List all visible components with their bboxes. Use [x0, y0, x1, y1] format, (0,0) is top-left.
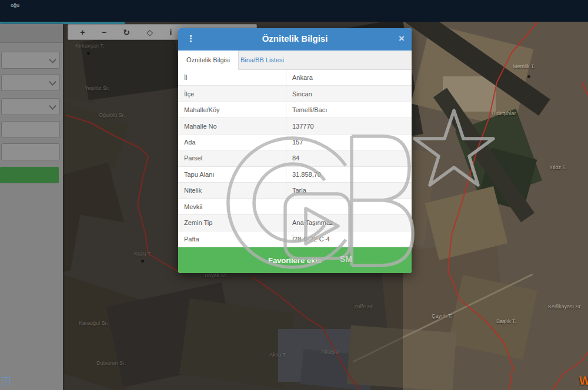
add-to-favorites-button[interactable]: Favorilere ekle [178, 247, 412, 273]
row-value [286, 199, 412, 214]
map-place-label: Başlık T. [496, 318, 516, 324]
row-label: Mahalle/Köy [178, 102, 286, 117]
tab-bina-bb-listesi[interactable]: Bina/BB Listesi [232, 51, 292, 70]
row-value: Temelli/Bacı [286, 102, 412, 117]
map-place-label: Kuzu T. [134, 251, 152, 257]
map-marker-dot [141, 260, 144, 263]
map-place-label: Oğulölü Sr. [99, 112, 125, 118]
neighbourhood-select[interactable] [1, 98, 60, 115]
attribute-info-modal: ⋮ Öznitelik Bilgisi × Öznitelik Bilgisi … [178, 28, 412, 273]
row-label: Ada [178, 135, 286, 150]
table-row: Mevkii [178, 199, 412, 215]
app-title: oğu [11, 2, 19, 8]
row-value: 137770 [286, 118, 412, 133]
table-row: Parsel84 [178, 150, 412, 166]
row-label: Tapu Alanı [178, 167, 286, 182]
table-row: İlAnkara [178, 70, 412, 86]
row-value: 157 [286, 135, 412, 150]
row-label: Mevkii [178, 199, 286, 214]
row-value: Ana Taşınmaz [286, 215, 412, 230]
chevron-down-icon [49, 102, 56, 110]
extent-icon[interactable]: ◇ [146, 28, 153, 36]
row-label: Nitelik [178, 183, 286, 198]
row-label: Zemin Tip [178, 215, 286, 230]
zoom-out-icon[interactable]: − [102, 28, 106, 36]
table-row: Mahalle/KöyTemelli/Bacı [178, 102, 412, 118]
sidebar-search-button[interactable] [0, 167, 59, 183]
search-sidebar: i [0, 24, 63, 390]
map-provider-logo: W [579, 374, 588, 388]
map-place-label: Aksu T. [269, 352, 286, 358]
chevron-down-icon [49, 56, 56, 63]
row-label: İl [178, 70, 286, 85]
map-place-label: Zülfe Sr. [354, 304, 374, 310]
row-value: 31.858,70 [286, 167, 412, 182]
table-row: Ada157 [178, 135, 412, 150]
sidebar-info-icon[interactable]: i [2, 377, 10, 385]
row-label: İlçe [178, 86, 286, 101]
table-row: Tapu Alanı31.858,70 [178, 167, 412, 183]
map-marker-dot [527, 75, 530, 78]
table-row: İlçeSincan [178, 86, 412, 102]
row-label: Parsel [178, 150, 286, 166]
row-value: Tarla [286, 183, 412, 198]
row-value: 84 [286, 150, 412, 166]
row-label: Mahalle No [178, 118, 286, 133]
province-select[interactable] [1, 52, 60, 69]
parsel-input[interactable] [1, 143, 60, 160]
attribute-table: İlAnkaraİlçeSincanMahalle/KöyTemelli/Bac… [178, 70, 412, 247]
map-place-label: Çayırlı T. [432, 313, 452, 319]
table-row: Mahalle No137770 [178, 118, 412, 134]
table-row: NitelikTarla [178, 183, 412, 199]
chevron-down-icon [49, 78, 56, 86]
map-place-label: Boyalı Sr. [205, 273, 228, 278]
row-value: Sincan [286, 86, 412, 101]
row-value: İ28-B-22-C-4 [286, 231, 412, 247]
map-place-label: Karaoğul Sr. [79, 320, 108, 326]
map-place-label: Dutveren Sr. [96, 360, 126, 366]
close-icon[interactable]: × [399, 33, 405, 45]
sidebar-header [0, 24, 63, 43]
table-row: Paftaİ28-B-22-C-4 [178, 231, 412, 247]
map-place-label: Kedikayası Sr. [548, 304, 582, 310]
district-select[interactable] [1, 74, 60, 91]
table-row: Zemin TipAna Taşınmaz [178, 215, 412, 231]
map-marker-dot [87, 52, 90, 55]
modal-header: ⋮ Öznitelik Bilgisi × [178, 28, 412, 51]
ada-input[interactable] [1, 121, 60, 138]
map-place-label: Memlik T. [513, 63, 535, 69]
zoom-in-icon[interactable]: + [80, 28, 85, 36]
info-icon[interactable]: i [170, 28, 172, 36]
refresh-icon[interactable]: ↻ [123, 28, 130, 36]
row-label: Pafta [178, 231, 286, 247]
row-value: Ankara [286, 70, 412, 85]
map-place-label: Aktaşlar [321, 349, 340, 355]
modal-title: Öznitelik Bilgisi [178, 33, 412, 43]
map-place-label: Yılöz T. [549, 164, 566, 170]
app-header-bar: oğu [0, 0, 588, 22]
modal-tab-bar: Öznitelik Bilgisi Bina/BB Listesi [178, 51, 412, 70]
map-place-label: Hıdırşıhlar [492, 110, 516, 116]
map-place-label: Yeşilöz Sr. [85, 85, 109, 91]
tab-oznitelik-bilgisi[interactable]: Öznitelik Bilgisi [178, 51, 239, 70]
map-place-label: Kırkavşan T. [75, 43, 104, 49]
